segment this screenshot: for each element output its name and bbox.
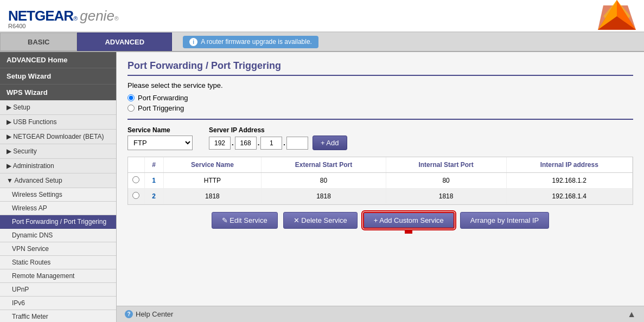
service-name-label: Service Name (127, 126, 193, 134)
server-ip-label: Server IP Address (209, 126, 347, 134)
ip-part-2[interactable] (235, 137, 257, 150)
sidebar-sub-static-routes[interactable]: Static Routes (0, 256, 116, 269)
footer-arrow[interactable]: ▲ (627, 310, 636, 319)
services-table: # Service Name External Start Port Inter… (128, 157, 633, 204)
row1-ext-port: 80 (262, 173, 386, 189)
tab-advanced[interactable]: ADVANCED (77, 33, 172, 51)
sidebar-sub-ipv6[interactable]: IPv6 (0, 297, 116, 310)
sidebar-sub-dynamic-dns[interactable]: Dynamic DNS (0, 229, 116, 242)
sidebar-sub-wireless-settings[interactable]: Wireless Settings (0, 188, 116, 202)
radio-port-triggering[interactable]: Port Triggering (127, 104, 633, 112)
sidebar-sub-remote-management[interactable]: Remote Management (0, 269, 116, 283)
row2-int-port: 1818 (386, 189, 506, 204)
sidebar-item-advanced-home[interactable]: ADVANCED Home (0, 52, 116, 68)
ip-dot-2: . (258, 139, 260, 147)
sidebar-sub-traffic-meter[interactable]: Traffic Meter (0, 310, 116, 322)
arrange-by-ip-button[interactable]: Arrange by Internal IP (460, 212, 549, 229)
header: NETGEAR ® genie ® R6400 (0, 0, 644, 33)
col-ext-port: External Start Port (262, 157, 386, 173)
row2-radio[interactable] (132, 192, 139, 199)
row1-radio[interactable] (132, 176, 139, 183)
footer: ? Help Center ▲ (117, 306, 644, 322)
radio-forwarding-label: Port Forwarding (138, 94, 188, 102)
sidebar-item-setup[interactable]: ▶ Setup (0, 100, 116, 115)
row1-ip: 192.168.1.2 (506, 173, 632, 189)
radio-forwarding-input[interactable] (127, 94, 135, 101)
table-row: 1 HTTP 80 80 192.168.1.2 (128, 173, 633, 189)
radio-port-forwarding[interactable]: Port Forwarding (127, 94, 633, 102)
logo-diamond (598, 0, 636, 31)
server-ip-group: Server IP Address . . . + Add (209, 126, 347, 150)
content-inner: Port Forwarding / Port Triggering Please… (117, 52, 644, 306)
sidebar-item-wps-wizard[interactable]: WPS Wizard (0, 84, 116, 100)
edit-service-button[interactable]: ✎ Edit Service (212, 212, 278, 229)
ip-dot-1: . (232, 139, 234, 147)
service-name-select[interactable]: FTP HTTP HTTPS (127, 136, 193, 150)
sidebar: ADVANCED Home Setup Wizard WPS Wizard ▶ … (0, 52, 117, 322)
row2-service: 1818 (163, 189, 262, 204)
row1-num[interactable]: 1 (144, 173, 163, 189)
service-name-group: Service Name FTP HTTP HTTPS (127, 126, 193, 150)
form-row: Service Name FTP HTTP HTTPS Server IP Ad… (127, 119, 633, 150)
radio-group: Port Forwarding Port Triggering (127, 94, 633, 112)
sidebar-sub-wireless-ap[interactable]: Wireless AP (0, 202, 116, 215)
sidebar-item-advanced-setup[interactable]: ▼ Advanced Setup (0, 173, 116, 188)
add-button[interactable]: + Add (313, 136, 347, 150)
model-label: R6400 (8, 23, 25, 29)
ip-part-3[interactable] (260, 137, 282, 150)
info-icon: i (189, 38, 197, 46)
sidebar-item-security[interactable]: ▶ Security (0, 144, 116, 159)
content-area: Port Forwarding / Port Triggering Please… (117, 52, 644, 322)
main-layout: ADVANCED Home Setup Wizard WPS Wizard ▶ … (0, 52, 644, 322)
col-service-name: Service Name (163, 157, 262, 173)
logo: NETGEAR ® genie ® (8, 8, 119, 24)
col-select (128, 157, 144, 173)
help-center-label: Help Center (136, 310, 173, 318)
row2-num[interactable]: 2 (144, 189, 163, 204)
red-indicator (405, 230, 412, 234)
table-container: # Service Name External Start Port Inter… (127, 157, 633, 205)
row2-select[interactable] (128, 189, 144, 204)
page-title: Port Forwarding / Port Triggering (127, 60, 633, 76)
col-num: # (144, 157, 163, 173)
col-int-port: Internal Start Port (386, 157, 506, 173)
radio-triggering-input[interactable] (127, 105, 135, 112)
sidebar-sub-vpn-service[interactable]: VPN Service (0, 242, 116, 256)
row2-ext-port: 1818 (262, 189, 386, 204)
add-custom-service-button[interactable]: + Add Custom Service (363, 212, 455, 229)
row2-ip: 192.168.1.4 (506, 189, 632, 204)
table-row: 2 1818 1818 1818 192.168.1.4 (128, 189, 633, 204)
nav-tabs: BASIC ADVANCED i A router firmware upgra… (0, 33, 644, 52)
sidebar-item-administration[interactable]: ▶ Administration (0, 159, 116, 173)
ip-part-4[interactable] (286, 137, 308, 150)
firmware-notice: i A router firmware upgrade is available… (183, 36, 318, 48)
ip-part-1[interactable] (209, 137, 231, 150)
help-center[interactable]: ? Help Center (125, 310, 173, 318)
col-ip-addr: Internal IP address (506, 157, 632, 173)
ip-dot-3: . (283, 139, 285, 147)
delete-service-button[interactable]: ✕ Delete Service (283, 212, 358, 229)
service-type-prompt: Please select the service type. (127, 81, 633, 89)
firmware-text: A router firmware upgrade is available. (201, 38, 312, 46)
help-icon: ? (125, 310, 133, 318)
sidebar-sub-upnp[interactable]: UPnP (0, 283, 116, 297)
row1-service: HTTP (163, 173, 262, 189)
sidebar-item-setup-wizard[interactable]: Setup Wizard (0, 68, 116, 84)
action-buttons: ✎ Edit Service ✕ Delete Service + Add Cu… (127, 208, 633, 233)
radio-triggering-label: Port Triggering (138, 104, 184, 112)
sidebar-item-netgear-downloader[interactable]: ▶ NETGEAR Downloader (BETA) (0, 130, 116, 144)
row1-int-port: 80 (386, 173, 506, 189)
tab-basic[interactable]: BASIC (0, 33, 77, 51)
row1-select[interactable] (128, 173, 144, 189)
sidebar-sub-port-forwarding[interactable]: Port Forwarding / Port Triggering (0, 215, 116, 229)
sidebar-item-usb-functions[interactable]: ▶ USB Functions (0, 115, 116, 130)
